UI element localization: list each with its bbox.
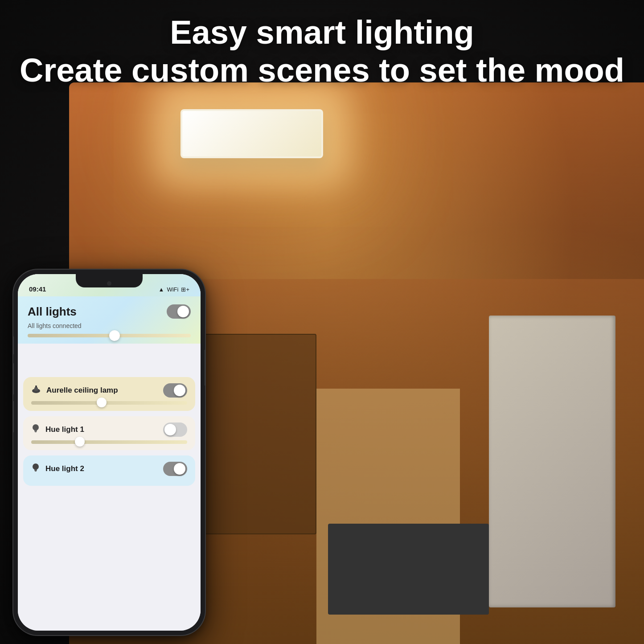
hue2-toggle[interactable] <box>163 462 187 476</box>
refrigerator <box>489 316 615 607</box>
app-subtitle: All lights connected <box>28 322 191 329</box>
app-header-card: All lights All lights connected <box>18 296 201 344</box>
hue1-icon-name: Hue light 1 <box>31 424 84 436</box>
hue1-name: Hue light 1 <box>45 425 84 434</box>
wifi-icon: WiFi <box>167 286 178 293</box>
phone-notch <box>76 274 143 287</box>
status-time: 09:41 <box>29 285 46 293</box>
volume-up-button <box>13 363 14 394</box>
battery-icon: ⊞+ <box>181 286 189 293</box>
page-header: Easy smart lighting Create custom scenes… <box>0 13 644 89</box>
svg-rect-8 <box>35 471 37 472</box>
power-button <box>205 350 205 386</box>
master-brightness-slider[interactable] <box>28 334 191 337</box>
svg-point-3 <box>33 424 39 431</box>
mute-button <box>13 336 14 354</box>
hue1-toggle[interactable] <box>163 422 187 437</box>
svg-rect-1 <box>34 387 38 391</box>
volume-down-button <box>13 401 14 432</box>
light-card-hue1: Hue light 1 <box>23 416 195 450</box>
aurelle-slider-knob <box>97 398 107 407</box>
svg-rect-2 <box>35 386 37 388</box>
bulb-icon-hue2 <box>31 463 40 475</box>
aurelle-toggle[interactable] <box>163 383 187 398</box>
app-header-row: All lights <box>28 304 191 319</box>
signal-icon: ▲ <box>159 286 164 293</box>
front-camera <box>106 280 112 287</box>
svg-rect-4 <box>34 430 37 431</box>
ceiling-lamp-icon <box>31 385 41 397</box>
aurelle-toggle-knob <box>174 385 185 396</box>
brightness-knob <box>109 330 120 341</box>
aurelle-icon-name: Aurelle ceiling lamp <box>31 385 118 397</box>
hue2-row: Hue light 2 <box>31 462 187 476</box>
microwave <box>328 524 489 615</box>
app-title: All lights <box>28 305 77 319</box>
headline-line1: Easy smart lighting <box>170 14 474 51</box>
all-lights-toggle[interactable] <box>167 304 191 319</box>
ceiling-light-panel <box>180 109 323 158</box>
aurelle-brightness-slider[interactable] <box>31 401 187 405</box>
hue2-name: Hue light 2 <box>45 464 84 473</box>
phone-screen: 09:41 ▲ WiFi ⊞+ All lights All lights co… <box>18 274 201 631</box>
phone-mockup: 09:41 ▲ WiFi ⊞+ All lights All lights co… <box>13 270 205 635</box>
headline: Easy smart lighting Create custom scenes… <box>0 13 644 89</box>
aurelle-row: Aurelle ceiling lamp <box>31 383 187 398</box>
hue2-toggle-knob <box>174 463 185 475</box>
svg-point-6 <box>33 464 39 470</box>
bulb-icon-hue1 <box>31 424 40 436</box>
hue1-toggle-knob <box>164 424 176 435</box>
light-card-aurelle: Aurelle ceiling lamp <box>23 377 195 411</box>
headline-line2: Create custom scenes to set the mood <box>20 52 624 89</box>
hue2-icon-name: Hue light 2 <box>31 463 84 475</box>
toggle-knob <box>177 306 189 317</box>
svg-rect-7 <box>34 469 37 471</box>
aurelle-name: Aurelle ceiling lamp <box>46 386 118 395</box>
light-cards-list: Aurelle ceiling lamp <box>18 374 201 631</box>
svg-rect-5 <box>35 431 37 432</box>
hue1-brightness-slider[interactable] <box>31 440 187 444</box>
hue1-row: Hue light 1 <box>31 422 187 437</box>
light-card-hue2: Hue light 2 <box>23 455 195 486</box>
status-icons: ▲ WiFi ⊞+ <box>159 286 189 293</box>
hue1-slider-knob <box>75 437 85 447</box>
